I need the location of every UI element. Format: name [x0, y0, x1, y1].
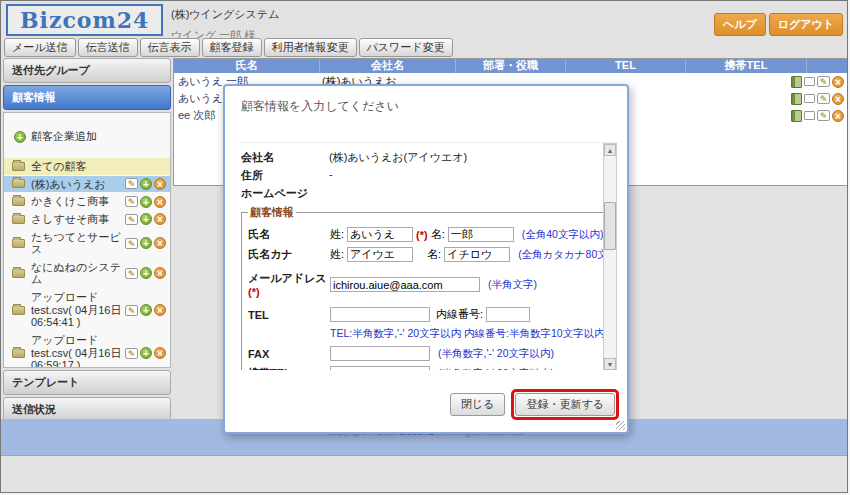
add-group-icon[interactable]: +	[140, 304, 152, 316]
edit-group-icon[interactable]: ✎	[125, 348, 138, 359]
first-name-input[interactable]	[448, 227, 514, 242]
last-name-input[interactable]	[347, 227, 413, 242]
company-value: (株)あいうえお(アイウエオ)	[329, 150, 467, 165]
sidebar-item-tachitsuteto[interactable]: たちつてとサービス ✎ + ×	[4, 229, 170, 258]
address-book-icon[interactable]	[791, 93, 802, 105]
edit-group-icon[interactable]: ✎	[125, 238, 138, 249]
sidebar-item-sashisuseso[interactable]: さしすせそ商事 ✎ + ×	[4, 211, 170, 228]
delete-group-icon[interactable]: ×	[154, 304, 166, 316]
delete-group-icon[interactable]: ×	[154, 347, 166, 359]
nav-user-info-change[interactable]: 利用者情報変更	[264, 38, 357, 57]
accordion-destination-groups[interactable]: 送付先グループ	[3, 58, 171, 83]
detail-card-icon[interactable]	[804, 94, 815, 103]
folder-icon	[12, 215, 25, 224]
tel-input[interactable]	[330, 307, 430, 322]
dialog-scrollbar[interactable]: ▲ ▼	[603, 143, 617, 370]
name-note: (全角40文字以内)	[522, 228, 604, 242]
tel-label: TEL	[248, 309, 330, 321]
add-group-icon[interactable]: +	[140, 347, 152, 359]
first-name-kana-input[interactable]	[444, 247, 510, 262]
delete-customer-icon[interactable]: ×	[832, 93, 844, 105]
add-group-icon[interactable]: +	[140, 237, 152, 249]
header-actions: ヘルプ ログアウト	[714, 13, 843, 36]
col-tel: TEL	[566, 59, 686, 73]
delete-group-icon[interactable]: ×	[154, 213, 166, 225]
edit-group-icon[interactable]: ✎	[125, 305, 138, 316]
main-nav: メール送信 伝言送信 伝言表示 顧客登録 利用者情報変更 パスワード変更	[4, 38, 453, 57]
dialog-footer: 閉じる 登録・更新する	[450, 389, 619, 420]
folder-icon	[12, 349, 25, 358]
mobile-tel-note: (半角数字,'-' 20文字以内)	[438, 367, 554, 371]
add-group-icon[interactable]: +	[140, 178, 152, 190]
delete-group-icon[interactable]: ×	[154, 196, 166, 208]
address-book-icon[interactable]	[791, 110, 802, 122]
detail-card-icon[interactable]	[804, 77, 815, 86]
edit-customer-icon[interactable]: ✎	[817, 110, 830, 121]
scroll-down-icon[interactable]: ▼	[604, 358, 616, 370]
name-label: 氏名	[248, 227, 330, 242]
register-update-button[interactable]: 登録・更新する	[515, 393, 615, 416]
detail-card-icon[interactable]	[804, 111, 815, 120]
fax-label: FAX	[248, 348, 330, 360]
address-book-icon[interactable]	[791, 76, 802, 88]
edit-customer-icon[interactable]: ✎	[817, 93, 830, 104]
accordion-customer-info[interactable]: 顧客情報	[3, 85, 171, 110]
dialog-resize-handle[interactable]	[616, 421, 625, 430]
tel-note: TEL:半角数字,'-' 20文字以内 内線番号:半角数字10文字以内	[330, 327, 617, 341]
nav-message-view[interactable]: 伝言表示	[140, 38, 200, 57]
app-logo: Bizcom24	[6, 4, 163, 36]
delete-group-icon[interactable]: ×	[154, 267, 166, 279]
ext-input[interactable]	[486, 307, 530, 322]
ext-label: 内線番号:	[436, 307, 483, 322]
folder-icon	[12, 179, 25, 188]
sidebar-item-upload-csv-2[interactable]: アップロードtest.csv( 04月16日06:59:17 ) ✎ + ×	[4, 332, 170, 368]
sidebar-item-upload-csv-1[interactable]: アップロードtest.csv( 04月16日06:54:41 ) ✎ + ×	[4, 289, 170, 331]
scrollbar-thumb[interactable]	[604, 202, 616, 250]
mobile-tel-input[interactable]	[330, 366, 430, 370]
nav-password-change[interactable]: パスワード変更	[359, 38, 453, 57]
email-input[interactable]	[330, 277, 480, 292]
folder-icon	[12, 306, 25, 315]
sidebar-item-naninuneno[interactable]: なにぬねのシステム ✎ + ×	[4, 259, 170, 288]
add-customer-company-link[interactable]: + 顧客企業追加	[14, 129, 170, 144]
add-customer-company-label: 顧客企業追加	[31, 129, 97, 144]
kana-label: 氏名カナ	[248, 247, 330, 262]
help-button[interactable]: ヘルプ	[714, 13, 766, 36]
customer-table-header: 氏名 会社名 部署・役職 TEL 携帯TEL	[174, 59, 848, 73]
delete-group-icon[interactable]: ×	[154, 178, 166, 190]
dialog-title: 顧客情報を入力してください	[241, 98, 399, 115]
last-name-kana-input[interactable]	[347, 247, 413, 262]
delete-group-icon[interactable]: ×	[154, 237, 166, 249]
fax-note: (半角数字,'-' 20文字以内)	[438, 347, 554, 361]
account-company-name: (株)ウイングシステム	[171, 7, 279, 22]
edit-group-icon[interactable]: ✎	[125, 268, 138, 279]
sidebar-item-aiueo[interactable]: (株)あいうえお ✎ + ×	[4, 176, 170, 193]
sidebar-item-kakikukeko[interactable]: かきくけこ商事 ✎ + ×	[4, 193, 170, 210]
logout-button[interactable]: ログアウト	[769, 13, 843, 36]
folder-icon	[12, 239, 25, 248]
add-group-icon[interactable]: +	[140, 267, 152, 279]
col-name: 氏名	[174, 59, 320, 73]
nav-customer-register[interactable]: 顧客登録	[202, 38, 262, 57]
email-note: (半角文字)	[488, 278, 537, 292]
nav-message-send[interactable]: 伝言送信	[78, 38, 138, 57]
add-group-icon[interactable]: +	[140, 213, 152, 225]
fieldset-legend: 顧客情報	[248, 205, 296, 220]
scroll-up-icon[interactable]: ▲	[604, 144, 616, 156]
close-button[interactable]: 閉じる	[450, 393, 506, 416]
address-value: -	[329, 168, 333, 183]
add-icon: +	[14, 131, 26, 143]
add-group-icon[interactable]: +	[140, 196, 152, 208]
edit-group-icon[interactable]: ✎	[125, 214, 138, 225]
edit-group-icon[interactable]: ✎	[125, 178, 138, 189]
email-label: メールアドレス(*)	[248, 271, 330, 298]
nav-mail-send[interactable]: メール送信	[4, 38, 76, 57]
address-label: 住所	[241, 168, 329, 183]
edit-group-icon[interactable]: ✎	[125, 196, 138, 207]
edit-customer-icon[interactable]: ✎	[817, 76, 830, 87]
sidebar-item-all-customers[interactable]: 全ての顧客	[4, 158, 170, 175]
delete-customer-icon[interactable]: ×	[832, 110, 844, 122]
delete-customer-icon[interactable]: ×	[832, 76, 844, 88]
accordion-template[interactable]: テンプレート	[3, 370, 171, 395]
fax-input[interactable]	[330, 346, 430, 361]
